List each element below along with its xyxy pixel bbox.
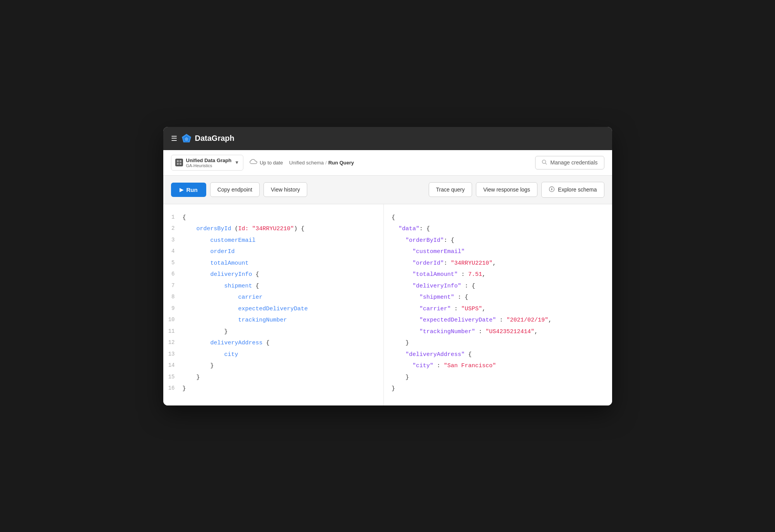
- view-history-button[interactable]: View history: [263, 182, 307, 197]
- response-line: "trackingNumber" : "US4235212414",: [392, 326, 612, 338]
- response-line: "deliveryInfo" : {: [392, 281, 612, 292]
- breadcrumb-separator: /: [325, 160, 327, 166]
- response-panel: { "data": { "orderById": { "customerEmai…: [384, 204, 612, 405]
- response-line: "expectedDeliveryDate" : "2021/02/19",: [392, 315, 612, 326]
- query-line: 9 expectedDeliveryDate: [163, 303, 384, 315]
- query-line: 6 deliveryInfo {: [163, 269, 384, 281]
- copy-endpoint-label: Copy endpoint: [217, 186, 252, 193]
- toolbar-left: Unified Data Graph GA-Heuristics ▼ Up to…: [171, 155, 354, 171]
- breadcrumb: Unified schema / Run Query: [289, 160, 354, 166]
- chevron-down-icon: ▼: [234, 160, 239, 165]
- explore-schema-button[interactable]: Explore schema: [541, 182, 604, 198]
- breadcrumb-parent: Unified schema: [289, 160, 324, 166]
- query-line: 3 customerEmail: [163, 235, 384, 246]
- copy-endpoint-button[interactable]: Copy endpoint: [210, 182, 260, 197]
- action-bar: ▶ Run Copy endpoint View history Trace q…: [163, 176, 612, 204]
- graph-selector[interactable]: Unified Data Graph GA-Heuristics ▼: [171, 155, 244, 171]
- response-line: "shipment" : {: [392, 292, 612, 303]
- breadcrumb-current: Run Query: [328, 160, 354, 166]
- status-text: Up to date: [260, 160, 283, 166]
- graph-selector-text: Unified Data Graph GA-Heuristics: [186, 157, 232, 168]
- graph-icon: [175, 159, 183, 166]
- svg-point-11: [551, 189, 552, 190]
- response-line: }: [392, 372, 612, 383]
- response-line: "carrier" : "USPS",: [392, 303, 612, 315]
- response-line: "customerEmail": [392, 246, 612, 258]
- query-line: 14 }: [163, 360, 384, 372]
- query-line: 10 trackingNumber: [163, 315, 384, 326]
- response-line: "totalAmount" : 7.51,: [392, 269, 612, 281]
- query-line: 2 ordersById (Id: "34RRYU2210") {: [163, 223, 384, 235]
- svg-rect-6: [180, 163, 181, 165]
- response-line: "data": {: [392, 223, 612, 235]
- query-line: 5 totalAmount: [163, 258, 384, 269]
- svg-point-7: [542, 160, 546, 163]
- graph-sub: GA-Heuristics: [186, 163, 232, 168]
- query-line: 1 {: [163, 212, 384, 224]
- trace-query-label: Trace query: [436, 186, 465, 193]
- response-line: {: [392, 212, 612, 224]
- top-toolbar: Unified Data Graph GA-Heuristics ▼ Up to…: [163, 150, 612, 176]
- cloud-icon: [250, 159, 257, 166]
- run-label: Run: [186, 186, 198, 193]
- app-title: DataGraph: [195, 134, 234, 143]
- code-area: 1 { 2 ordersById (Id: "34RRYU2210") { 3 …: [163, 204, 612, 405]
- response-line: "deliveryAddress" {: [392, 349, 612, 361]
- logo-icon: [181, 133, 192, 144]
- query-line: 11 }: [163, 326, 384, 338]
- search-icon: [542, 159, 547, 166]
- response-line: "city" : "San Francisco": [392, 360, 612, 372]
- menu-icon[interactable]: ☰: [171, 134, 177, 143]
- query-panel: 1 { 2 ordersById (Id: "34RRYU2210") { 3 …: [163, 204, 384, 405]
- trace-query-button[interactable]: Trace query: [429, 182, 472, 197]
- manage-credentials-label: Manage credentials: [550, 159, 597, 166]
- compass-icon: [549, 186, 555, 193]
- response-line: "orderId": "34RRYU2210",: [392, 258, 612, 269]
- query-line: 4 orderId: [163, 246, 384, 258]
- run-button[interactable]: ▶ Run: [171, 183, 206, 197]
- response-line: }: [392, 337, 612, 349]
- app-window: ☰ DataGraph Unified Data Graph GA-Heuris…: [163, 127, 612, 405]
- explore-schema-label: Explore schema: [558, 186, 597, 193]
- response-line: "orderById": {: [392, 235, 612, 246]
- view-response-logs-button[interactable]: View response logs: [476, 182, 537, 197]
- query-line: 15 }: [163, 372, 384, 383]
- view-history-label: View history: [271, 186, 300, 193]
- svg-rect-4: [180, 160, 181, 162]
- logo: DataGraph: [181, 133, 234, 144]
- svg-rect-3: [177, 160, 179, 162]
- query-line: 7 shipment {: [163, 281, 384, 292]
- graph-name: Unified Data Graph: [186, 157, 232, 163]
- svg-rect-5: [177, 163, 179, 165]
- titlebar: ☰ DataGraph: [163, 127, 612, 150]
- response-line: }: [392, 383, 612, 395]
- status-badge: Up to date: [250, 159, 283, 166]
- svg-line-8: [546, 163, 547, 164]
- query-line: 16 }: [163, 383, 384, 395]
- view-response-logs-label: View response logs: [483, 186, 530, 193]
- query-line: 12 deliveryAddress {: [163, 337, 384, 349]
- manage-credentials-button[interactable]: Manage credentials: [535, 156, 604, 169]
- play-icon: ▶: [180, 187, 183, 193]
- right-actions: Trace query View response logs Explore s…: [429, 182, 604, 198]
- query-line: 13 city: [163, 349, 384, 361]
- query-line: 8 carrier: [163, 292, 384, 303]
